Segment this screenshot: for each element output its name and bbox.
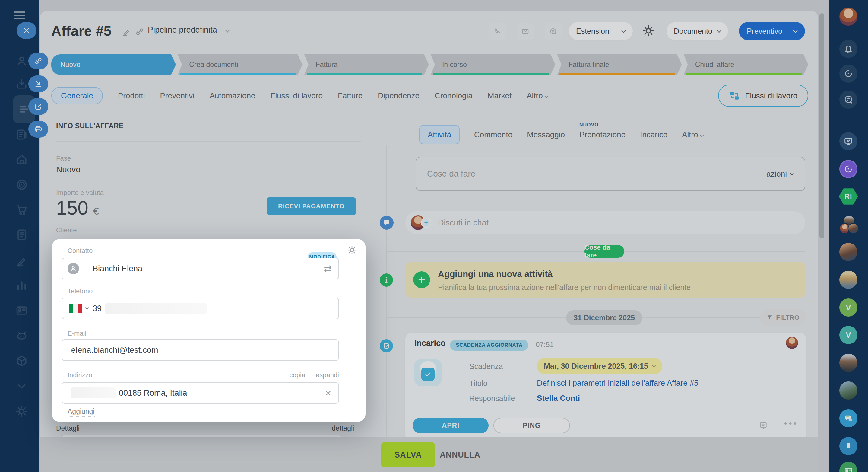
swap-contact-icon[interactable]: ⇄ xyxy=(323,263,332,274)
divider xyxy=(86,262,86,275)
gear-icon xyxy=(347,245,357,255)
contact-editor-card: Contatto MODIFICA Bianchi Elena ⇄ Telefo… xyxy=(52,239,366,422)
contact-name-input[interactable]: Bianchi Elena ⇄ xyxy=(62,258,339,279)
chevron-down-icon xyxy=(85,306,89,309)
copia-link[interactable]: copia xyxy=(289,371,305,379)
phone-prefix: 39 xyxy=(93,304,102,313)
espandi-link[interactable]: espandi xyxy=(316,371,339,379)
contact-name-value: Bianchi Elena xyxy=(93,264,142,273)
address-redacted xyxy=(70,387,116,399)
email-input[interactable]: elena.bianchi@test.com xyxy=(62,339,339,361)
person-icon xyxy=(67,263,79,274)
address-value: 00185 Roma, Italia xyxy=(119,388,187,398)
indirizzo-label: Indirizzo xyxy=(67,371,92,379)
email-value: elena.bianchi@test.com xyxy=(71,346,158,355)
email-label: E-mail xyxy=(67,329,86,337)
app-root: Affare #5 Pipeline predefinita Estension… xyxy=(0,0,868,472)
phone-input[interactable]: 39 xyxy=(62,298,339,319)
clear-address-icon[interactable]: × xyxy=(325,388,331,398)
aggiungi-link[interactable]: Aggiungi xyxy=(67,407,95,417)
phone-number-redacted xyxy=(105,303,207,314)
telefono-label: Telefono xyxy=(67,287,93,295)
field-settings-button[interactable] xyxy=(347,245,357,255)
address-input[interactable]: 00185 Roma, Italia × xyxy=(62,382,339,404)
contatto-label: Contatto xyxy=(67,247,93,255)
italy-flag-icon[interactable] xyxy=(69,304,82,313)
